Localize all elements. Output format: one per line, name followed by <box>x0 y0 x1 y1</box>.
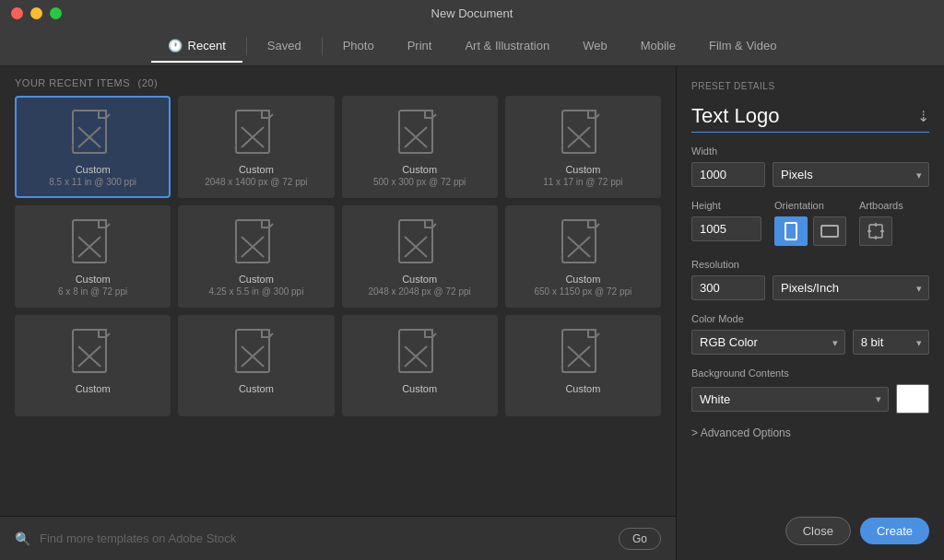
window-controls <box>11 7 62 19</box>
left-panel: YOUR RECENT ITEMS (20) Custom 8.5 x 11 i… <box>0 66 677 560</box>
portrait-button[interactable] <box>774 216 808 246</box>
preset-title-row: Text Logo ⇣ <box>691 104 929 133</box>
background-contents-field: Background Contents WhiteBlackBackground… <box>691 368 929 414</box>
width-input[interactable] <box>691 162 765 187</box>
tab-recent[interactable]: 🕐 Recent <box>151 29 242 62</box>
maximize-window-button[interactable] <box>50 7 62 19</box>
doc-desc: 500 x 300 px @ 72 ppi <box>373 177 466 187</box>
doc-name: Custom <box>402 274 437 285</box>
svg-rect-2 <box>236 111 269 153</box>
svg-rect-0 <box>73 111 106 153</box>
document-item-11[interactable]: Custom <box>505 315 661 416</box>
color-mode-label: Color Mode <box>691 313 929 324</box>
width-input-row: PixelsInchesCentimetersMillimetersPoints… <box>691 162 929 187</box>
close-window-button[interactable] <box>11 7 23 19</box>
orientation-buttons <box>774 216 846 246</box>
doc-icon <box>232 109 280 164</box>
search-input[interactable] <box>40 531 609 545</box>
section-header: YOUR RECENT ITEMS (20) <box>0 66 676 96</box>
width-field: Width PixelsInchesCentimetersMillimeters… <box>691 146 929 187</box>
right-panel: PRESET DETAILS Text Logo ⇣ Width PixelsI… <box>677 66 944 560</box>
tab-mobile[interactable]: Mobile <box>624 29 692 62</box>
doc-name: Custom <box>565 164 600 175</box>
color-mode-select[interactable]: RGB ColorCMYK ColorGrayscaleLab ColorBit… <box>691 330 845 355</box>
doc-name: Custom <box>76 274 111 285</box>
resolution-field: Resolution Pixels/InchPixels/Centimeter <box>691 259 929 300</box>
doc-icon <box>559 218 607 274</box>
preset-details-label: PRESET DETAILS <box>691 81 929 91</box>
background-input-row: WhiteBlackBackground ColorTransparentCus… <box>691 384 929 414</box>
document-item-6[interactable]: Custom 2048 x 2048 px @ 72 ppi <box>342 205 498 308</box>
doc-icon <box>395 218 443 274</box>
svg-rect-18 <box>236 330 269 372</box>
doc-desc: 2048 x 2048 px @ 72 ppi <box>368 286 470 297</box>
doc-name: Custom <box>565 274 600 285</box>
tab-art[interactable]: Art & Illustration <box>448 29 566 62</box>
tab-print[interactable]: Print <box>391 29 449 62</box>
doc-name: Custom <box>402 383 437 394</box>
close-button[interactable]: Close <box>785 517 851 545</box>
width-unit-wrapper: PixelsInchesCentimetersMillimetersPoints… <box>773 162 929 187</box>
minimize-window-button[interactable] <box>30 7 42 19</box>
doc-icon <box>395 328 443 383</box>
tab-film[interactable]: Film & Video <box>692 29 793 62</box>
doc-name: Custom <box>565 383 600 394</box>
document-item-0[interactable]: Custom 8.5 x 11 in @ 300 ppi <box>15 96 171 198</box>
search-bar: 🔍 Go <box>0 516 676 560</box>
document-item-10[interactable]: Custom <box>342 315 498 416</box>
document-item-4[interactable]: Custom 6 x 8 in @ 72 ppi <box>15 205 171 308</box>
doc-name: Custom <box>76 383 111 394</box>
svg-rect-12 <box>399 220 432 262</box>
portrait-icon <box>784 222 798 240</box>
resolution-input[interactable] <box>691 275 765 300</box>
background-color-swatch[interactable] <box>896 384 929 414</box>
go-button[interactable]: Go <box>619 528 661 550</box>
save-preset-icon[interactable]: ⇣ <box>917 108 929 125</box>
doc-name: Custom <box>239 274 274 285</box>
preset-title: Text Logo <box>691 104 779 128</box>
clock-icon: 🕐 <box>168 39 183 52</box>
height-field: Height <box>691 200 761 246</box>
svg-rect-16 <box>73 330 106 372</box>
doc-icon <box>232 328 280 383</box>
color-mode-input-row: RGB ColorCMYK ColorGrayscaleLab ColorBit… <box>691 330 929 355</box>
doc-desc: 2048 x 1400 px @ 72 ppi <box>205 177 307 187</box>
document-item-3[interactable]: Custom 11 x 17 in @ 72 ppi <box>505 96 661 198</box>
landscape-button[interactable] <box>813 216 846 246</box>
svg-rect-24 <box>785 223 796 239</box>
doc-name: Custom <box>239 383 274 394</box>
doc-icon <box>69 109 117 164</box>
items-grid: Custom 8.5 x 11 in @ 300 ppi Custom 2048… <box>0 96 676 516</box>
document-item-2[interactable]: Custom 500 x 300 px @ 72 ppi <box>342 96 498 198</box>
resolution-unit-select[interactable]: Pixels/InchPixels/Centimeter <box>773 275 929 300</box>
title-bar: New Document <box>0 0 944 26</box>
document-item-5[interactable]: Custom 4.25 x 5.5 in @ 300 ppi <box>178 205 334 308</box>
advanced-options[interactable]: > Advanced Options <box>691 426 929 439</box>
artboards-label: Artboards <box>859 200 929 211</box>
background-select-wrapper: WhiteBlackBackground ColorTransparentCus… <box>691 387 889 412</box>
doc-desc: 11 x 17 in @ 72 ppi <box>543 177 622 187</box>
document-item-7[interactable]: Custom 650 x 1150 px @ 72 ppi <box>505 205 661 308</box>
doc-name: Custom <box>239 164 274 175</box>
bit-depth-wrapper: 8 bit16 bit32 bit <box>853 330 929 355</box>
height-input[interactable] <box>691 216 761 241</box>
svg-rect-4 <box>399 111 432 153</box>
document-item-1[interactable]: Custom 2048 x 1400 px @ 72 ppi <box>178 96 334 198</box>
document-item-8[interactable]: Custom <box>15 315 171 416</box>
doc-name: Custom <box>76 164 111 175</box>
tab-web[interactable]: Web <box>566 29 624 62</box>
nav-tabs: 🕐 Recent Saved Photo Print Art & Illustr… <box>0 26 944 66</box>
artboard-button[interactable] <box>859 216 892 246</box>
tab-saved[interactable]: Saved <box>251 29 318 62</box>
document-item-9[interactable]: Custom <box>178 315 334 416</box>
doc-icon <box>559 328 607 383</box>
create-button[interactable]: Create <box>860 518 929 544</box>
tab-photo[interactable]: Photo <box>326 29 391 62</box>
bit-depth-select[interactable]: 8 bit16 bit32 bit <box>853 330 929 355</box>
doc-icon <box>395 109 443 164</box>
width-unit-select[interactable]: PixelsInchesCentimetersMillimetersPoints… <box>773 162 929 187</box>
doc-desc: 650 x 1150 px @ 72 ppi <box>534 286 631 297</box>
svg-rect-22 <box>562 330 596 372</box>
resolution-unit-wrapper: Pixels/InchPixels/Centimeter <box>773 275 929 300</box>
background-select[interactable]: WhiteBlackBackground ColorTransparentCus… <box>691 387 889 412</box>
